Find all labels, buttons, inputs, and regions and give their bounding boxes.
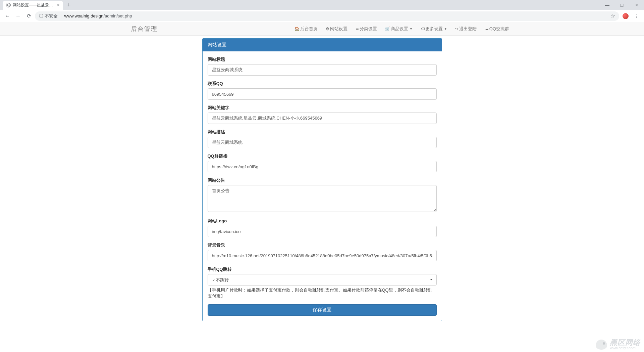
cloud-icon: ☁ xyxy=(485,27,489,31)
security-warning: ⓘ 不安全 xyxy=(39,13,58,19)
new-tab-button[interactable]: + xyxy=(63,2,75,9)
save-button[interactable]: 保存设置 xyxy=(208,304,437,316)
close-window-button[interactable]: × xyxy=(629,0,644,10)
list-icon: ≣ xyxy=(356,27,359,31)
label-qq-group-link: QQ群链接 xyxy=(208,153,437,159)
nav-products[interactable]: 🛒商品设置▼ xyxy=(381,22,417,36)
label-logo: 网站Logo xyxy=(208,218,437,224)
chevron-down-icon: ▼ xyxy=(444,27,447,31)
reload-button[interactable]: ⟳ xyxy=(24,11,34,21)
menu-icon[interactable]: ⋮ xyxy=(632,13,641,19)
contact-qq-input[interactable] xyxy=(208,88,437,100)
nav-qq-group[interactable]: ☁QQ交流群 xyxy=(481,22,513,36)
description-input[interactable] xyxy=(208,137,437,148)
tab-title: 网站设置——星益云商城系统 xyxy=(13,2,54,8)
panel-title: 网站设置 xyxy=(203,39,442,51)
brand: 后台管理 xyxy=(131,25,158,33)
tag-icon: 🏷 xyxy=(421,27,425,31)
maximize-button[interactable]: □ xyxy=(614,0,629,10)
nav-more[interactable]: 🏷更多设置▼ xyxy=(417,22,451,36)
url-text: www.woainig.design/admin/set.php xyxy=(64,13,132,18)
logo-input[interactable] xyxy=(208,226,437,237)
announcement-input[interactable]: 首页公告 xyxy=(208,185,437,212)
nav-home[interactable]: 🏠后台首页 xyxy=(290,22,322,36)
bgm-input[interactable] xyxy=(208,250,437,261)
label-keywords: 网站关键字 xyxy=(208,105,437,111)
qq-group-link-input[interactable] xyxy=(208,161,437,172)
settings-panel: 网站设置 网站标题 联系QQ 网站关键字 网站描述 xyxy=(202,38,442,321)
panel-body: 网站标题 联系QQ 网站关键字 网站描述 QQ群链接 xyxy=(203,51,442,321)
browser-tab[interactable]: 网站设置——星益云商城系统 × xyxy=(3,1,63,10)
keywords-input[interactable] xyxy=(208,113,437,124)
content: 网站设置 网站标题 联系QQ 网站关键字 网站描述 xyxy=(202,38,442,321)
qq-jump-select[interactable]: ✓不跳转 xyxy=(208,274,437,285)
logout-icon: ↪ xyxy=(455,27,459,31)
gear-icon: ⚙ xyxy=(326,27,329,31)
page-viewport: 后台管理 🏠后台首页 ⚙网站设置 ≣分类设置 🛒商品设置▼ 🏷更多设置▼ ↪退出… xyxy=(0,22,644,352)
chevron-down-icon: ▼ xyxy=(410,27,413,31)
close-icon[interactable]: × xyxy=(57,2,60,8)
bookmark-icon[interactable]: ☆ xyxy=(610,13,615,19)
url-field[interactable]: ⓘ 不安全 | www.woainig.design/admin/set.php… xyxy=(35,11,619,21)
nav-category[interactable]: ≣分类设置 xyxy=(352,22,381,36)
nav-logout[interactable]: ↪退出登陆 xyxy=(451,22,481,36)
home-icon: 🏠 xyxy=(294,27,300,31)
label-contact-qq: 联系QQ xyxy=(208,81,437,87)
label-site-title: 网站标题 xyxy=(208,56,437,62)
minimize-button[interactable]: — xyxy=(600,0,614,10)
admin-navbar: 后台管理 🏠后台首页 ⚙网站设置 ≣分类设置 🛒商品设置▼ 🏷更多设置▼ ↪退出… xyxy=(0,22,644,36)
label-description: 网站描述 xyxy=(208,129,437,135)
address-bar: ← → ⟳ ⓘ 不安全 | www.woainig.design/admin/s… xyxy=(0,10,644,22)
label-qq-jump: 手机QQ跳转 xyxy=(208,266,437,272)
forward-button[interactable]: → xyxy=(13,11,23,21)
qq-jump-help: 【手机用户付款时：如果选择了支付宝付款，则会自动跳转到支付宝。如果付款前还停留在… xyxy=(208,287,437,299)
site-title-input[interactable] xyxy=(208,64,437,76)
nav-site-settings[interactable]: ⚙网站设置 xyxy=(322,22,352,36)
label-bgm: 背景音乐 xyxy=(208,242,437,248)
back-button[interactable]: ← xyxy=(3,11,12,21)
nav-items: 🏠后台首页 ⚙网站设置 ≣分类设置 🛒商品设置▼ 🏷更多设置▼ ↪退出登陆 ☁Q… xyxy=(290,22,513,36)
browser-chrome: 网站设置——星益云商城系统 × + — □ × ← → ⟳ ⓘ 不安全 | ww… xyxy=(0,0,644,22)
cart-icon: 🛒 xyxy=(385,27,390,31)
label-announcement: 网站公告 xyxy=(208,177,437,183)
globe-icon xyxy=(6,3,11,7)
window-controls: — □ × xyxy=(600,0,644,10)
extension-icon[interactable] xyxy=(623,13,629,19)
tab-bar: 网站设置——星益云商城系统 × + — □ × xyxy=(0,0,644,10)
